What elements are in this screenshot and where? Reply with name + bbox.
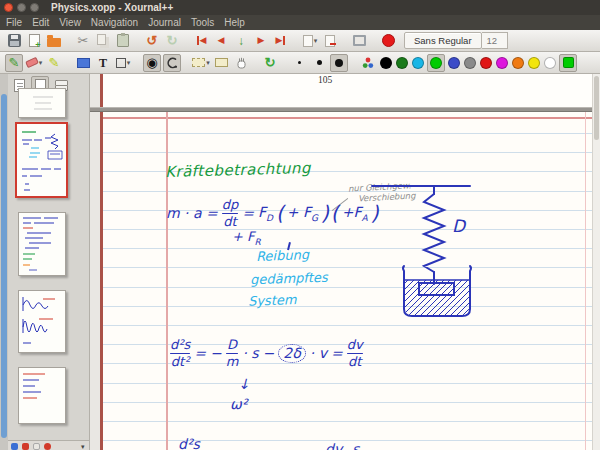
previous-page-icon[interactable]: ◀ (212, 32, 230, 50)
menu-navigation[interactable]: Navigation (91, 17, 138, 28)
spring-damper-sketch (358, 180, 488, 325)
minimize-button[interactable] (17, 3, 26, 12)
omega-squared: ω² (230, 396, 247, 412)
paired-pages-icon[interactable] (350, 32, 368, 50)
margin-right-line (585, 112, 586, 450)
page-thumbnail-current[interactable] (15, 122, 68, 198)
color-swatch-darkgreen[interactable] (396, 57, 408, 69)
close-button[interactable] (4, 3, 13, 12)
margin-top-line (103, 117, 592, 119)
omega-arrow: ↓ (238, 376, 250, 392)
titlebar: Physics.xopp - Xournal++ (0, 0, 600, 15)
last-page-icon[interactable]: ▶ (272, 32, 290, 50)
menu-journal[interactable]: Journal (148, 17, 181, 28)
page-number: 105 (318, 75, 332, 85)
mini-icon[interactable] (44, 443, 51, 450)
pen-tool-icon[interactable]: ✎ (5, 54, 23, 72)
page-thumbnail[interactable] (18, 290, 66, 353)
first-page-icon[interactable]: ◀ (192, 32, 210, 50)
note-heading: Kräftebetrachtung (165, 159, 311, 181)
menu-edit[interactable]: Edit (32, 17, 49, 28)
delete-page-icon[interactable] (321, 32, 339, 50)
formula-1: m · a = dpdt = FD ( + FG ) ( +FA ) (166, 198, 377, 229)
bottom-fragment-3: s (352, 441, 359, 450)
lasso-select-icon[interactable] (163, 54, 181, 72)
paste-icon[interactable] (114, 32, 132, 50)
mini-icon[interactable] (11, 443, 18, 450)
highlighter-tool-icon[interactable]: ✎ (45, 54, 63, 72)
cut-icon[interactable]: ✂ (74, 32, 92, 50)
toolbar-tools: ✎ ▾ ✎ T ▾ ◉ ▾ ↻ (0, 52, 600, 74)
sidebar: ▾ (0, 74, 90, 450)
color-swatch-green-selected[interactable] (427, 54, 445, 72)
record-audio-icon[interactable] (379, 32, 397, 50)
spring-constant-label: D (452, 216, 465, 236)
cyan-label-system: System (248, 292, 297, 309)
cyan-label-gedaempftes: gedämpftes (250, 270, 328, 288)
menu-help[interactable]: Help (224, 17, 245, 28)
image-tool-icon[interactable] (74, 54, 92, 72)
color-swatch-cyan[interactable] (412, 57, 424, 69)
bottom-fragment-2: dv (325, 441, 342, 450)
color-swatch-black[interactable] (380, 57, 392, 69)
color-swatch-gray[interactable] (464, 57, 476, 69)
toolbar-main: ✂ ↺ ↻ ◀ ◀ ↓ ▶ ▶ ▾ Sans Regular 12 (0, 30, 600, 52)
mini-icon[interactable] (33, 443, 40, 450)
formula-2: d²sdt² = − Dm · s − 2δ · v = dvdt (170, 338, 363, 369)
window-title: Physics.xopp - Xournal++ (51, 2, 173, 13)
xournal-window: Physics.xopp - Xournal++ File Edit View … (0, 0, 600, 450)
color-swatch-yellow[interactable] (528, 57, 540, 69)
redo-icon[interactable]: ↻ (163, 32, 181, 50)
next-page-icon[interactable]: ▶ (252, 32, 270, 50)
font-button[interactable]: Sans Regular (404, 32, 482, 49)
canvas-scrollbar[interactable] (592, 74, 600, 450)
menu-tools[interactable]: Tools (191, 17, 214, 28)
page-down-icon[interactable]: ↓ (232, 32, 250, 50)
mini-caret-icon[interactable]: ▾ (81, 443, 85, 450)
sidebar-scrollbar[interactable] (0, 74, 8, 450)
color-swatch-magenta[interactable] (496, 57, 508, 69)
copy-icon[interactable] (94, 32, 112, 50)
page-thumbnail[interactable] (18, 88, 66, 118)
select-object-icon[interactable] (212, 54, 230, 72)
undo-icon[interactable]: ↺ (143, 32, 161, 50)
color-swatch-white[interactable] (544, 57, 556, 69)
page-thumbnail[interactable] (18, 367, 66, 424)
previous-page[interactable]: 105 (100, 74, 592, 107)
hand-tool-icon[interactable] (232, 54, 250, 72)
color-swatch-blue[interactable] (448, 57, 460, 69)
formula-1-friction-term: + FR (232, 229, 261, 247)
bottom-fragment-1: d²s (178, 436, 200, 450)
save-icon[interactable] (5, 32, 23, 50)
document-canvas[interactable]: 105 Kräftebetrachtung nur Gleichgew. Ver… (90, 74, 600, 450)
current-color-indicator[interactable] (559, 54, 577, 72)
pen-size-medium-icon[interactable] (310, 54, 328, 72)
mini-icon[interactable] (22, 443, 29, 450)
pen-size-fine-icon[interactable] (290, 54, 308, 72)
text-tool-icon[interactable]: T (94, 54, 112, 72)
new-document-icon[interactable] (25, 32, 43, 50)
eraser-tool-icon[interactable]: ▾ (25, 54, 43, 72)
menu-file[interactable]: File (6, 17, 22, 28)
pen-size-thick-icon[interactable] (330, 54, 348, 72)
default-tool-icon[interactable]: ↻ (261, 54, 279, 72)
color-swatch-orange[interactable] (512, 57, 524, 69)
shape-recognizer-icon[interactable]: ◉ (143, 54, 161, 72)
sidebar-bottom-toolbar: ▾ (8, 440, 89, 450)
page-thumbnail[interactable] (18, 212, 66, 276)
maximize-button[interactable] (30, 3, 39, 12)
select-rect-icon[interactable]: ▾ (192, 54, 210, 72)
cyan-label-reibung: Reibung (256, 247, 310, 264)
canvas-scrollbar-handle[interactable] (594, 76, 599, 140)
menubar: File Edit View Navigation Journal Tools … (0, 15, 600, 30)
sidebar-scrollbar-handle[interactable] (1, 94, 7, 438)
open-folder-icon[interactable] (45, 32, 63, 50)
menu-view[interactable]: View (59, 17, 81, 28)
color-picker-icon[interactable] (359, 54, 377, 72)
new-page-icon[interactable]: ▾ (301, 32, 319, 50)
shapes-tool-icon[interactable]: ▾ (114, 54, 132, 72)
font-size-spinner[interactable]: 12 (482, 32, 508, 49)
color-swatch-red[interactable] (480, 57, 492, 69)
